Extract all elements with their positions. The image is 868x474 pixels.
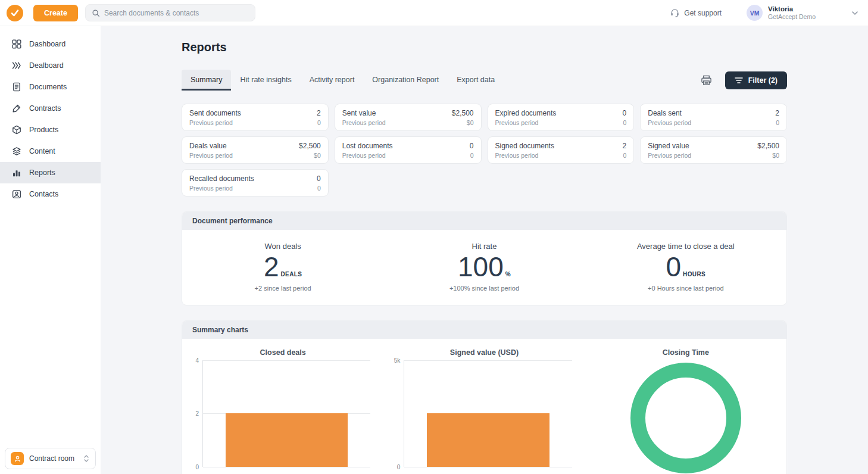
sidebar-item-documents[interactable]: Documents xyxy=(0,76,101,98)
sidebar-item-label: Contracts xyxy=(29,104,61,113)
stat-prev-value: 0 xyxy=(470,152,474,159)
gridline xyxy=(404,467,572,467)
y-tick-label: 0 xyxy=(195,463,199,470)
user-info: Viktoria GetAccept Demo xyxy=(768,5,816,21)
sidebar-item-label: Contacts xyxy=(29,190,58,198)
workspace-selector[interactable]: Contract room xyxy=(5,448,96,469)
search-icon xyxy=(92,9,100,17)
sidebar-item-dealboard[interactable]: Dealboard xyxy=(0,55,101,76)
sidebar-item-contracts[interactable]: Contracts xyxy=(0,98,101,119)
stat-value: 0 xyxy=(623,109,627,117)
user-menu-chevron-down-icon[interactable] xyxy=(850,8,860,18)
main-content: Reports Summary Hit rate insights Activi… xyxy=(101,26,868,474)
chart-signed-value: Signed value (USD) 05k xyxy=(383,348,585,474)
tab-activity-report[interactable]: Activity report xyxy=(301,70,364,91)
print-button[interactable] xyxy=(700,74,713,87)
tab-export-data[interactable]: Export data xyxy=(448,70,504,91)
y-tick-label: 5k xyxy=(394,357,401,363)
stat-prev-value: 0 xyxy=(623,119,626,126)
create-button[interactable]: Create xyxy=(33,5,78,21)
stat-prev-label: Previous period xyxy=(648,119,691,126)
tab-summary[interactable]: Summary xyxy=(182,70,231,91)
sidebar-item-label: Documents xyxy=(29,83,67,91)
user-name: Viktoria xyxy=(768,5,816,13)
stat-title: Signed documents xyxy=(495,142,554,150)
stat-title: Lost documents xyxy=(342,142,393,150)
panel-header: Document performance xyxy=(182,212,786,230)
sidebar-item-content[interactable]: Content xyxy=(0,141,101,162)
tab-organization-report[interactable]: Organization Report xyxy=(363,70,448,91)
page-title: Reports xyxy=(182,40,787,54)
stat-title: Sent value xyxy=(342,109,376,117)
stat-prev-label: Previous period xyxy=(495,152,539,159)
stat-prev-value: $0 xyxy=(467,119,474,126)
chart-title: Closed deals xyxy=(182,348,383,357)
gridline xyxy=(203,467,370,467)
metric-title: Average time to close a deal xyxy=(585,242,786,251)
stat-title: Deals sent xyxy=(648,109,682,117)
bar xyxy=(427,413,549,467)
stat-card-signed-value: Signed value$2,500 Previous period$0 xyxy=(640,136,787,164)
stat-title: Sent documents xyxy=(189,109,241,117)
stat-prev-label: Previous period xyxy=(495,119,539,126)
stat-value: 2 xyxy=(775,109,779,117)
stat-prev-value: 0 xyxy=(623,152,626,159)
y-tick-label: 0 xyxy=(397,463,401,470)
stat-title: Expired documents xyxy=(495,109,557,117)
metric-unit: HOURS xyxy=(683,271,705,277)
getaccept-logo-icon xyxy=(7,5,23,21)
sidebar-item-products[interactable]: Products xyxy=(0,119,101,141)
metric-value: 2 xyxy=(264,252,279,282)
chevron-up-down-icon xyxy=(83,454,90,463)
sidebar-item-label: Products xyxy=(29,126,58,134)
sidebar-item-label: Content xyxy=(29,147,55,155)
topbar: Create Get support VM Viktoria GetAccept… xyxy=(0,0,868,26)
get-support-button[interactable]: Get support xyxy=(670,8,722,18)
metric-unit: % xyxy=(505,271,511,277)
gridline xyxy=(404,360,572,361)
layers-icon xyxy=(11,146,21,157)
stat-card-signed-documents: Signed documents2 Previous period0 xyxy=(488,136,635,164)
tab-hit-rate-insights[interactable]: Hit rate insights xyxy=(231,70,300,91)
chart-title: Signed value (USD) xyxy=(383,348,585,357)
stat-prev-value: 0 xyxy=(317,185,321,192)
chart-title: Closing Time xyxy=(585,348,786,357)
headset-icon xyxy=(670,8,680,18)
report-tabs: Summary Hit rate insights Activity repor… xyxy=(182,70,504,91)
stat-value: 2 xyxy=(623,142,627,150)
metric-won-deals: Won deals 2DEALS +2 since last period xyxy=(182,242,383,292)
y-axis: 05k xyxy=(387,360,404,467)
search-input[interactable] xyxy=(104,9,249,17)
stat-title: Signed value xyxy=(648,142,689,150)
filter-button[interactable]: Filter (2) xyxy=(725,71,787,89)
stat-title: Recalled documents xyxy=(189,174,254,183)
stat-value: 0 xyxy=(317,174,321,183)
y-tick-label: 2 xyxy=(195,410,199,417)
stat-value: 2 xyxy=(317,109,321,117)
sidebar-item-contacts[interactable]: Contacts xyxy=(0,183,101,205)
stat-card-sent-documents: Sent documents2 Previous period0 xyxy=(182,104,329,131)
dashboard-icon xyxy=(11,39,21,49)
sidebar-item-dashboard[interactable]: Dashboard xyxy=(0,33,101,55)
stat-prev-label: Previous period xyxy=(189,152,233,159)
sidebar-item-label: Dealboard xyxy=(29,61,64,70)
metric-value: 0 xyxy=(666,252,681,282)
topbar-right: Get support VM Viktoria GetAccept Demo xyxy=(670,5,860,21)
stat-card-deals-value: Deals value$2,500 Previous period$0 xyxy=(182,136,329,164)
stat-prev-value: 0 xyxy=(317,119,321,126)
box-icon xyxy=(11,125,21,135)
user-avatar[interactable]: VM xyxy=(747,5,763,21)
metric-title: Won deals xyxy=(182,242,383,251)
sidebar-item-reports[interactable]: Reports xyxy=(0,162,101,183)
stat-card-recalled-documents: Recalled documents0 Previous period0 xyxy=(182,169,329,197)
summary-charts-panel: Summary charts Closed deals 024 Signed v… xyxy=(182,320,787,474)
bar xyxy=(226,413,348,467)
stat-card-sent-value: Sent value$2,500 Previous period$0 xyxy=(335,104,482,131)
stat-value: $2,500 xyxy=(299,142,321,150)
filter-label: Filter (2) xyxy=(748,76,778,85)
stat-prev-label: Previous period xyxy=(189,119,233,126)
document-icon xyxy=(11,82,21,92)
global-search[interactable] xyxy=(85,4,255,21)
get-support-label: Get support xyxy=(684,9,722,17)
stats-grid: Sent documents2 Previous period0 Sent va… xyxy=(182,104,787,197)
